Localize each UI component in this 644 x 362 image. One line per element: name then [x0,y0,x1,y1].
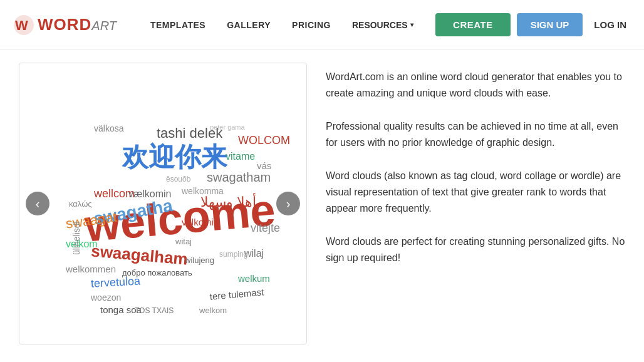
carousel-prev-button[interactable]: ‹ [26,192,49,215]
create-button[interactable]: CREATE [435,13,511,36]
svg-text:sumping: sumping [219,250,247,259]
description-para1: WordArt.com is an online word cloud gene… [326,69,625,101]
svg-text:welkommen: welkommen [65,264,116,274]
word-cloud-carousel: ‹ welcome 欢迎你来 tashi delek välkosa wellc… [19,63,307,344]
svg-text:witaj: witaj [175,237,192,246]
signup-button[interactable]: SIGN UP [517,13,583,36]
nav-pricing[interactable]: PRICING [283,15,340,35]
svg-text:woezon: woezon [90,292,121,303]
header-buttons: CREATE SIGN UP LOG IN [435,13,631,36]
logo-icon: W [13,14,35,36]
svg-text:tere tulemast: tere tulemast [209,286,265,302]
chevron-down-icon: ▾ [410,21,413,28]
svg-text:welkomma: welkomma [181,186,224,196]
main-content: ‹ welcome 欢迎你来 tashi delek välkosa wellc… [0,50,644,362]
svg-text:swagatham: swagatham [207,170,271,184]
svg-text:welkum: welkum [237,273,270,284]
svg-text:добро пожаловать: добро пожаловать [122,268,192,277]
login-button[interactable]: LOG IN [589,13,631,36]
carousel-next-button[interactable]: › [276,192,300,215]
svg-text:wilujeng: wilujeng [184,256,214,265]
svg-text:välkosa: välkosa [94,123,124,133]
svg-text:ēsouõb: ēsouõb [166,175,191,184]
description-section: WordArt.com is an online word cloud gene… [326,63,625,349]
svg-text:W: W [15,18,28,33]
main-nav: TEMPLATES GALLERY PRICING RESOURCES ▾ [142,15,435,35]
word-cloud-image: welcome 欢迎你来 tashi delek välkosa wellcom… [31,91,294,316]
svg-text:TOS TXAIS: TOS TXAIS [135,306,174,315]
description-para3: Word clouds (also known as tag cloud, wo… [326,168,625,216]
svg-text:vitame: vitame [226,151,255,162]
svg-text:peter gama: peter gama [210,123,246,131]
svg-text:καλώς: καλώς [69,199,92,209]
svg-text:ülihelisdi: ülihelisdi [71,221,81,255]
svg-text:welkom: welkom [199,306,227,315]
svg-text:欢迎你来: 欢迎你来 [122,142,228,172]
description-para4: Word clouds are perfect for creating stu… [326,234,625,266]
logo[interactable]: W WORDART [13,14,117,36]
logo-wordart-text: WORDART [38,15,117,34]
nav-resources[interactable]: RESOURCES ▾ [343,15,422,35]
description-para2: Professional quality results can be achi… [326,118,625,150]
nav-templates[interactable]: TEMPLATES [142,15,214,35]
svg-text:WOLCOM: WOLCOM [238,134,290,147]
svg-text:vitejte: vitejte [251,222,280,234]
svg-text:velkomin: velkomin [182,217,219,227]
svg-text:vælkomin: vælkomin [128,189,171,199]
svg-text:vás: vás [257,160,271,171]
nav-gallery[interactable]: GALLERY [218,15,279,35]
